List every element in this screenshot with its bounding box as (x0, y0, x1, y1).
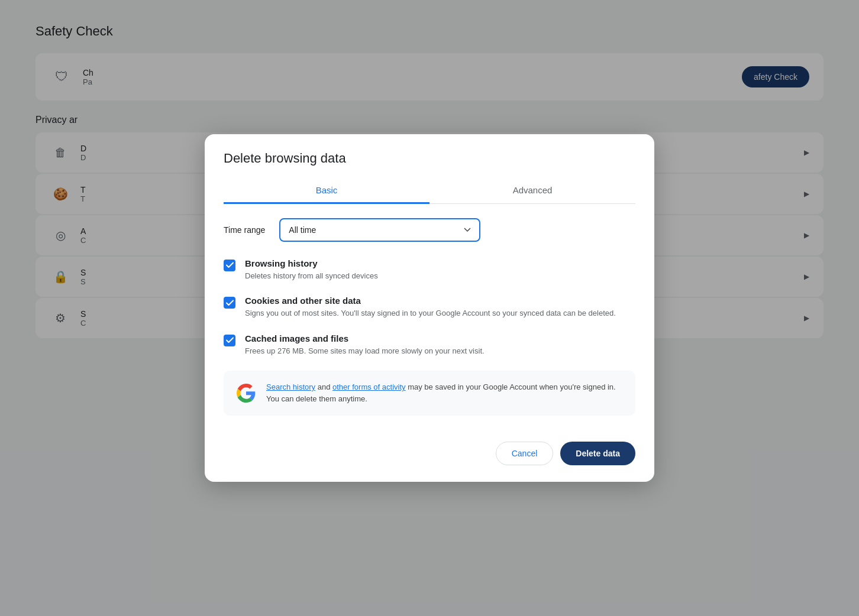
google-logo-icon (235, 382, 257, 404)
google-info-box: Search history and other forms of activi… (224, 371, 635, 416)
modal-overlay: Delete browsing data Basic Advanced Time… (0, 0, 859, 616)
cookies-item: Cookies and other site data Signs you ou… (224, 296, 635, 319)
cached-images-description: Frees up 276 MB. Some sites may load mor… (245, 345, 485, 357)
dialog-title: Delete browsing data (224, 151, 635, 166)
cookies-description: Signs you out of most sites. You'll stay… (245, 307, 616, 319)
google-info-text: Search history and other forms of activi… (266, 381, 624, 405)
cached-images-text: Cached images and files Frees up 276 MB.… (245, 333, 485, 357)
tab-advanced[interactable]: Advanced (430, 178, 635, 204)
browsing-history-item: Browsing history Deletes history from al… (224, 258, 635, 282)
cached-images-title: Cached images and files (245, 333, 485, 343)
cookies-text: Cookies and other site data Signs you ou… (245, 296, 616, 319)
cached-images-item: Cached images and files Frees up 276 MB.… (224, 333, 635, 357)
cancel-button[interactable]: Cancel (496, 442, 554, 465)
tab-basic[interactable]: Basic (224, 178, 430, 204)
browsing-history-title: Browsing history (245, 258, 378, 268)
dialog-body: Time range All time Last hour Last 24 ho… (205, 204, 654, 433)
time-range-select[interactable]: All time Last hour Last 24 hours Last 7 … (279, 218, 480, 242)
dialog-header: Delete browsing data Basic Advanced (205, 134, 654, 204)
cached-images-checkbox[interactable] (224, 335, 235, 346)
delete-data-button[interactable]: Delete data (560, 442, 635, 465)
google-info-text-mid: and (315, 382, 332, 391)
dialog-tabs: Basic Advanced (224, 178, 635, 204)
search-history-link[interactable]: Search history (266, 382, 315, 391)
browsing-history-description: Deletes history from all synced devices (245, 270, 378, 282)
cookies-title: Cookies and other site data (245, 296, 616, 306)
cookies-checkbox[interactable] (224, 297, 235, 309)
time-range-row: Time range All time Last hour Last 24 ho… (224, 218, 635, 242)
browsing-history-checkbox[interactable] (224, 260, 235, 271)
delete-browsing-data-dialog: Delete browsing data Basic Advanced Time… (205, 134, 654, 482)
browsing-history-text: Browsing history Deletes history from al… (245, 258, 378, 282)
dialog-footer: Cancel Delete data (205, 432, 654, 482)
time-range-label: Time range (224, 225, 265, 235)
other-activity-link[interactable]: other forms of activity (332, 382, 406, 391)
